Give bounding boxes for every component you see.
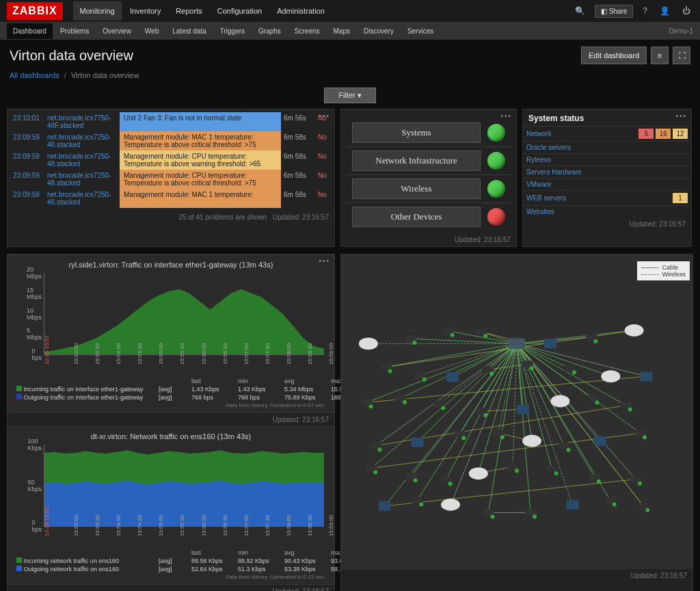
fullscreen-icon[interactable]: ⛶	[673, 47, 690, 64]
problem-row[interactable]: 23:09:59net.brocade.icx7250-48.stackedMa…	[10, 131, 332, 150]
topnav-configuration[interactable]: Configuration	[211, 1, 269, 21]
status-row[interactable]: Servers Hardware	[523, 166, 691, 179]
svg-point-111	[500, 435, 504, 439]
subnav: DashboardProblemsOverviewWebLatest dataT…	[7, 23, 440, 39]
share-button[interactable]: ◧ Share	[595, 5, 633, 18]
topnav-inventory[interactable]: Inventory	[123, 1, 167, 21]
svg-point-104	[628, 408, 632, 412]
filter-button[interactable]: Filter ▾	[324, 88, 376, 103]
breadcrumb-current: Virton data overview	[71, 71, 139, 79]
subnav-screens[interactable]: Screens	[288, 23, 326, 39]
hostgroup-row[interactable]: Other Devices	[345, 202, 512, 231]
svg-point-106	[378, 448, 382, 452]
svg-line-35	[418, 343, 517, 442]
svg-point-86	[530, 366, 534, 370]
svg-point-84	[489, 372, 494, 376]
svg-point-121	[414, 478, 418, 482]
svg-line-5	[410, 339, 517, 343]
subnav-latest-data[interactable]: Latest data	[166, 23, 212, 39]
updated-label: Updated: 23:16:57	[273, 213, 329, 221]
svg-line-13	[386, 343, 517, 367]
widget-menu-icon[interactable]: •••	[319, 112, 330, 120]
system-status-widget: ••• System status Network5 16 12Oracle s…	[522, 109, 692, 247]
subnav-overview[interactable]: Overview	[96, 23, 137, 39]
topnav: MonitoringInventoryReportsConfigurationA…	[73, 1, 332, 21]
subnav-triggers[interactable]: Triggers	[214, 23, 251, 39]
search-icon[interactable]: 🔍	[572, 3, 588, 18]
subnav-web[interactable]: Web	[139, 23, 165, 39]
status-row[interactable]: Network5 16 12	[523, 127, 691, 142]
topbar: ZABBIX MonitoringInventoryReportsConfigu…	[0, 0, 700, 22]
topbar-right: 🔍 ◧ Share ? 👤 ⏻	[572, 3, 693, 18]
system-status-title: System status	[523, 109, 691, 126]
power-icon[interactable]: ⏻	[679, 3, 693, 18]
problem-row[interactable]: 23:09:59net.brocade.icx7250-48.stackedMa…	[10, 150, 332, 170]
help-icon[interactable]: ?	[640, 3, 650, 18]
svg-rect-133	[379, 501, 391, 511]
svg-point-94	[403, 400, 407, 404]
topnav-reports[interactable]: Reports	[169, 1, 209, 21]
status-row[interactable]: Oracle servers	[523, 142, 691, 154]
user-icon[interactable]: 👤	[657, 3, 673, 18]
subnav-discovery[interactable]: Discovery	[358, 23, 400, 39]
status-dot-icon	[487, 180, 505, 198]
svg-point-65	[359, 337, 378, 350]
problem-row[interactable]: 23:10:01net.brocade.icx7750-48F.stackedU…	[10, 112, 332, 131]
svg-point-140	[533, 514, 537, 518]
subnav-dashboard[interactable]: Dashboard	[7, 23, 53, 39]
svg-rect-74	[544, 339, 556, 348]
status-row[interactable]: WEB servers1	[523, 191, 691, 206]
svg-point-102	[595, 401, 599, 405]
edit-dashboard-button[interactable]: Edit dashboard	[581, 47, 647, 64]
network-map[interactable]: Cable Wireless	[341, 254, 692, 569]
svg-point-88	[572, 371, 576, 375]
svg-point-138	[490, 514, 494, 518]
chart: ryl.side1.virton: Traffic on interface e…	[8, 254, 334, 413]
page-head: Virton data overview Edit dashboard ≡ ⛶	[0, 40, 700, 68]
subnav-services[interactable]: Services	[401, 23, 440, 39]
topnav-monitoring[interactable]: Monitoring	[73, 1, 122, 21]
svg-rect-99	[517, 405, 529, 415]
hostgroup-row[interactable]: Systems	[345, 119, 512, 146]
svg-point-79	[388, 369, 392, 373]
problem-row[interactable]: 23:09:59net.brocade.icx7250-48.stackedMa…	[10, 170, 332, 189]
charts-widget: ••• ryl.side1.virton: Traffic on interfa…	[7, 254, 335, 591]
user-label: Demo-1	[669, 27, 693, 35]
status-row[interactable]: Ryleevo	[523, 154, 691, 166]
subnav-problems[interactable]: Problems	[54, 23, 95, 39]
svg-point-92	[369, 404, 373, 408]
svg-line-45	[412, 343, 517, 476]
chart-title: ryl.side1.virton: Traffic on interface e…	[12, 261, 329, 269]
widget-menu-icon[interactable]: •••	[319, 257, 330, 265]
status-dot-icon	[487, 208, 505, 226]
problem-row[interactable]: 23:09:59net.brocade.icx7250-48.stackedMa…	[10, 189, 332, 208]
status-row[interactable]: Websites	[523, 206, 691, 218]
status-row[interactable]: VMware	[523, 179, 691, 191]
topnav-administration[interactable]: Administration	[270, 1, 332, 21]
chart-title: dt-xr.virton: Network traffic on ens160 …	[12, 432, 329, 441]
hostgroup-row[interactable]: Wireless	[345, 174, 512, 202]
svg-point-71	[483, 334, 487, 338]
subnav-maps[interactable]: Maps	[327, 23, 356, 39]
widget-menu-icon[interactable]: •••	[675, 112, 687, 120]
widget-menu-icon[interactable]: •••	[500, 112, 512, 120]
svg-point-132	[638, 482, 642, 486]
svg-rect-141	[567, 500, 579, 510]
svg-rect-115	[594, 436, 606, 446]
svg-point-112	[522, 435, 541, 447]
subnav-graphs[interactable]: Graphs	[252, 23, 287, 39]
problems-widget: ••• 23:10:01net.brocade.icx7750-48F.stac…	[7, 109, 335, 247]
status-dot-icon	[487, 152, 505, 170]
svg-line-12	[517, 330, 634, 343]
status-dot-icon	[487, 124, 505, 142]
chart: dt-xr.virton: Network traffic on ens160 …	[8, 426, 334, 585]
breadcrumb-root[interactable]: All dashboards	[10, 71, 59, 79]
svg-line-64	[517, 343, 643, 505]
page-title: Virton data overview	[10, 48, 133, 64]
map-legend: Cable Wireless	[637, 261, 690, 280]
hostgroup-row[interactable]: Network Infrastructure	[345, 146, 512, 174]
svg-point-76	[593, 339, 597, 343]
svg-point-117	[643, 435, 647, 439]
menu-icon[interactable]: ≡	[651, 47, 669, 64]
logo[interactable]: ZABBIX	[7, 2, 63, 20]
